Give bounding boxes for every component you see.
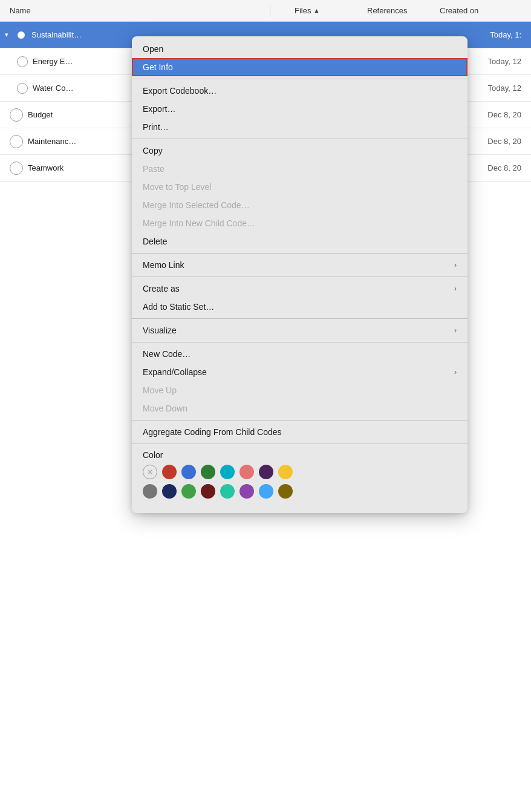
color-swatch-mauve[interactable] xyxy=(239,484,254,499)
menu-item-copy[interactable]: Copy xyxy=(132,142,467,160)
menu-item-add-static-set-label: Add to Static Set… xyxy=(143,302,214,312)
menu-item-open[interactable]: Open xyxy=(132,40,467,58)
row-circle xyxy=(17,83,28,94)
menu-item-aggregate[interactable]: Aggregate Coding From Child Codes xyxy=(132,423,467,441)
color-swatch-teal[interactable] xyxy=(220,465,235,479)
menu-item-new-code[interactable]: New Code… xyxy=(132,345,467,363)
menu-item-merge-selected: Merge Into Selected Code… xyxy=(132,196,467,214)
row-date: Dec 8, 20 xyxy=(487,110,521,119)
row-date: Dec 8, 20 xyxy=(487,137,521,146)
menu-item-create-as-label: Create as xyxy=(143,284,180,293)
menu-separator-7 xyxy=(132,420,467,421)
chevron-right-icon: › xyxy=(454,326,457,335)
menu-item-paste-label: Paste xyxy=(143,164,165,174)
color-section: Color xyxy=(132,447,467,509)
menu-item-print-label: Print… xyxy=(143,122,169,132)
color-swatch-purple-dark[interactable] xyxy=(259,465,273,479)
row-date: Today, 1: xyxy=(490,30,521,39)
menu-item-export-codebook-label: Export Codebook… xyxy=(143,86,217,96)
col-references-header: References xyxy=(367,6,440,15)
row-date: Today, 12 xyxy=(488,57,521,66)
menu-item-merge-selected-label: Merge Into Selected Code… xyxy=(143,200,250,210)
color-swatch-pink[interactable] xyxy=(239,465,254,479)
color-swatch-yellow[interactable] xyxy=(278,465,293,479)
menu-item-get-info-label: Get Info xyxy=(143,62,173,72)
row-label: Energy E… xyxy=(33,57,73,66)
color-swatch-sky-blue[interactable] xyxy=(259,484,273,499)
menu-item-expand-collapse-label: Expand/Collapse xyxy=(143,367,207,377)
row-circle xyxy=(10,135,23,148)
color-row-2 xyxy=(143,484,457,499)
row-circle xyxy=(10,108,23,122)
menu-item-new-code-label: New Code… xyxy=(143,349,191,359)
row-label: Budget xyxy=(28,110,53,119)
row-date: Today, 12 xyxy=(488,83,521,93)
menu-item-move-down: Move Down xyxy=(132,399,467,417)
menu-item-merge-new-child: Merge Into New Child Code… xyxy=(132,214,467,232)
menu-item-paste: Paste xyxy=(132,160,467,178)
menu-item-add-static-set[interactable]: Add to Static Set… xyxy=(132,298,467,316)
menu-item-export-codebook[interactable]: Export Codebook… xyxy=(132,82,467,100)
color-label: Color xyxy=(143,450,457,460)
menu-item-memo-link-label: Memo Link xyxy=(143,260,184,270)
menu-item-merge-new-child-label: Merge Into New Child Code… xyxy=(143,218,255,228)
menu-item-export-label: Export… xyxy=(143,104,175,114)
menu-item-get-info[interactable]: Get Info xyxy=(132,58,467,76)
color-swatch-blue[interactable] xyxy=(181,465,196,479)
menu-item-delete-label: Delete xyxy=(143,237,167,246)
menu-item-visualize[interactable]: Visualize › xyxy=(132,321,467,339)
menu-separator-3 xyxy=(132,253,467,254)
col-created-header: Created on xyxy=(440,6,478,15)
color-swatch-mint[interactable] xyxy=(220,484,235,499)
menu-separator-4 xyxy=(132,277,467,277)
menu-item-move-top-label: Move to Top Level xyxy=(143,182,211,192)
menu-separator-5 xyxy=(132,318,467,319)
col-name-header: Name xyxy=(10,6,270,15)
color-row-1 xyxy=(143,465,457,479)
color-swatch-green[interactable] xyxy=(181,484,196,499)
color-swatch-maroon[interactable] xyxy=(201,484,215,499)
menu-item-print[interactable]: Print… xyxy=(132,118,467,136)
row-circle xyxy=(10,162,23,175)
table-header: Name Files ▲ References Created on xyxy=(0,0,531,22)
row-circle xyxy=(16,30,27,41)
color-swatch-red-dark[interactable] xyxy=(162,465,177,479)
menu-item-memo-link[interactable]: Memo Link › xyxy=(132,256,467,274)
menu-item-expand-collapse[interactable]: Expand/Collapse › xyxy=(132,363,467,381)
menu-separator-2 xyxy=(132,139,467,139)
menu-item-export[interactable]: Export… xyxy=(132,100,467,118)
chevron-right-icon: › xyxy=(454,284,457,293)
menu-separator-1 xyxy=(132,79,467,79)
menu-item-create-as[interactable]: Create as › xyxy=(132,280,467,298)
color-swatch-navy[interactable] xyxy=(162,484,177,499)
menu-item-visualize-label: Visualize xyxy=(143,326,177,335)
context-menu: Open Get Info Export Codebook… Export… P… xyxy=(132,36,467,513)
menu-item-move-up-label: Move Up xyxy=(143,385,177,395)
color-swatch-green-dark[interactable] xyxy=(201,465,215,479)
color-swatch-gray[interactable] xyxy=(143,484,157,499)
row-date: Dec 8, 20 xyxy=(487,163,521,172)
header-divider xyxy=(270,5,270,17)
menu-item-delete[interactable]: Delete xyxy=(132,232,467,250)
row-circle xyxy=(17,56,28,67)
menu-item-copy-label: Copy xyxy=(143,146,163,156)
menu-separator-8 xyxy=(132,444,467,444)
row-label: Teamwork xyxy=(28,163,64,172)
color-swatch-none[interactable] xyxy=(143,465,157,479)
row-label: Sustainabilit… xyxy=(31,30,82,39)
menu-item-open-label: Open xyxy=(143,44,163,54)
menu-item-move-down-label: Move Down xyxy=(143,404,187,413)
menu-separator-6 xyxy=(132,342,467,342)
expand-chevron-icon: ▾ xyxy=(5,31,8,39)
col-files-label: Files xyxy=(295,6,311,15)
row-label: Water Co… xyxy=(33,83,73,93)
col-files-header[interactable]: Files ▲ xyxy=(295,6,367,15)
color-swatch-olive[interactable] xyxy=(278,484,293,499)
chevron-right-icon: › xyxy=(454,261,457,269)
menu-item-move-top: Move to Top Level xyxy=(132,178,467,196)
menu-item-move-up: Move Up xyxy=(132,381,467,399)
menu-item-aggregate-label: Aggregate Coding From Child Codes xyxy=(143,427,282,437)
row-label: Maintenanc… xyxy=(28,137,76,146)
chevron-right-icon: › xyxy=(454,368,457,376)
sort-arrow-icon: ▲ xyxy=(313,7,319,14)
